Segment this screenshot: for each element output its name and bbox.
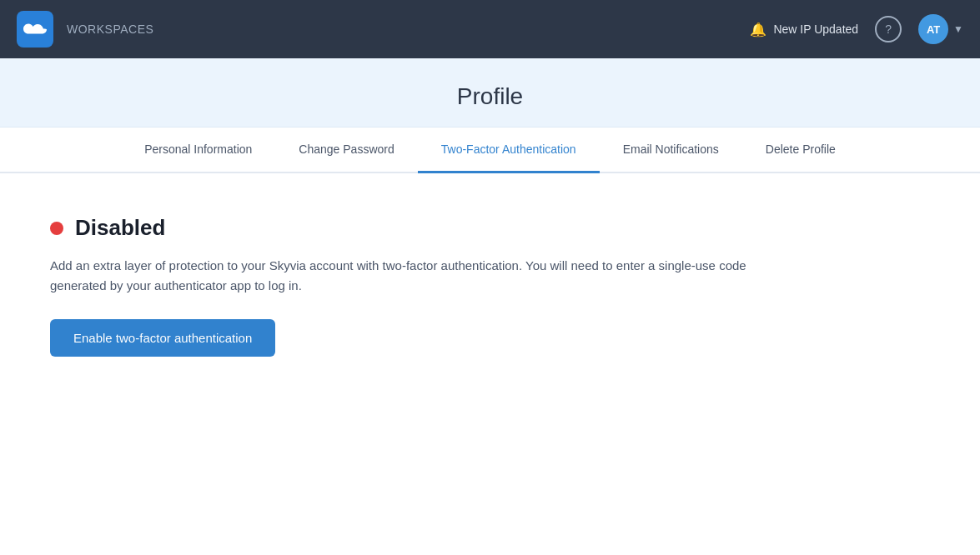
main-content: Disabled Add an extra layer of protectio… bbox=[0, 173, 980, 398]
notification-area[interactable]: 🔔 New IP Updated bbox=[750, 22, 858, 38]
navbar-left: WORKSPACES bbox=[17, 11, 153, 48]
logo[interactable] bbox=[17, 11, 53, 48]
tab-change-password[interactable]: Change Password bbox=[275, 128, 417, 173]
avatar: AT bbox=[918, 14, 948, 44]
page-header: Profile bbox=[0, 58, 980, 128]
two-factor-description: Add an extra layer of protection to your… bbox=[50, 256, 767, 296]
enable-two-factor-button[interactable]: Enable two-factor authentication bbox=[50, 319, 275, 357]
tab-delete-profile[interactable]: Delete Profile bbox=[742, 128, 859, 173]
tabs-container: Personal Information Change Password Two… bbox=[0, 128, 980, 173]
tab-personal-info[interactable]: Personal Information bbox=[121, 128, 275, 173]
page-title: Profile bbox=[0, 83, 980, 110]
status-label: Disabled bbox=[75, 215, 165, 241]
help-label: ? bbox=[885, 22, 892, 36]
chevron-down-icon: ▼ bbox=[953, 23, 963, 35]
avatar-initials: AT bbox=[927, 23, 940, 36]
status-dot bbox=[50, 222, 63, 235]
status-row: Disabled bbox=[50, 215, 930, 241]
notification-text: New IP Updated bbox=[773, 22, 858, 36]
help-button[interactable]: ? bbox=[875, 16, 902, 42]
tab-two-factor[interactable]: Two-Factor Authentication bbox=[418, 128, 600, 173]
avatar-area[interactable]: AT ▼ bbox=[918, 14, 963, 44]
navbar-right: 🔔 New IP Updated ? AT ▼ bbox=[750, 14, 963, 44]
navbar: WORKSPACES 🔔 New IP Updated ? AT ▼ bbox=[0, 0, 980, 58]
workspaces-label: WORKSPACES bbox=[67, 22, 153, 36]
tab-email-notifications[interactable]: Email Notifications bbox=[600, 128, 742, 173]
bell-icon: 🔔 bbox=[750, 22, 766, 38]
